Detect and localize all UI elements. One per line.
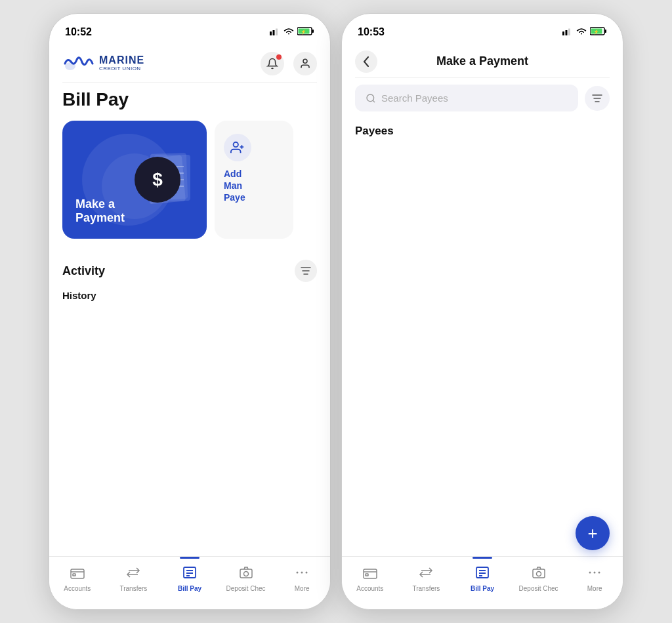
- deposit-icon-2: [532, 566, 546, 582]
- card-dollar-icon: $: [135, 157, 180, 203]
- accounts-icon-2: [363, 566, 377, 582]
- screen2-content: Make a Payment Search Payees: [342, 45, 623, 609]
- page-title-1: Bill Pay: [62, 89, 317, 110]
- make-payment-label: Make aPayment: [75, 197, 194, 226]
- status-icons-2: ⚡: [562, 26, 607, 38]
- battery-icon-2: ⚡: [590, 26, 607, 38]
- battery-icon-1: ⚡: [297, 26, 314, 38]
- search-icon: [366, 93, 376, 104]
- marine-logo-icon: [62, 52, 95, 75]
- svg-point-32: [301, 572, 303, 574]
- nav-deposit-2[interactable]: Deposit Chec: [511, 562, 567, 596]
- svg-point-56: [598, 572, 600, 574]
- notification-button[interactable]: [261, 52, 284, 75]
- svg-line-42: [373, 100, 375, 102]
- bottom-nav-1: Accounts Transfers: [49, 556, 330, 609]
- svg-rect-47: [366, 574, 368, 576]
- fab-add-button[interactable]: +: [576, 516, 610, 550]
- transfers-icon-2: [419, 566, 433, 582]
- history-label: History: [62, 290, 317, 301]
- search-placeholder: Search Payees: [381, 92, 448, 104]
- svg-point-31: [297, 572, 299, 574]
- add-manage-text: AddManPaye: [224, 168, 245, 204]
- svg-rect-4: [312, 30, 314, 33]
- wifi-icon-2: [576, 26, 587, 38]
- nav-more-1[interactable]: More: [274, 562, 330, 596]
- bottom-nav-2: Accounts Transfers: [342, 556, 623, 609]
- svg-point-9: [303, 59, 307, 63]
- status-bar-1: 10:52 ⚡: [49, 14, 330, 45]
- user-icon: [299, 58, 311, 70]
- app-header-1: MARINE CREDIT UNION: [49, 45, 330, 82]
- svg-point-17: [234, 142, 238, 147]
- screen2-title: Make a Payment: [436, 54, 528, 68]
- activity-section-header: Activity: [62, 260, 317, 282]
- nav-accounts-2[interactable]: Accounts: [342, 562, 398, 596]
- payees-section: Payees: [342, 118, 623, 144]
- svg-point-54: [589, 572, 591, 574]
- activity-title: Activity: [62, 264, 105, 278]
- svg-rect-35: [566, 30, 568, 35]
- screen1: 10:52 ⚡: [49, 13, 331, 610]
- status-time-2: 10:53: [358, 26, 385, 38]
- logo-1: MARINE CREDIT UNION: [62, 52, 144, 75]
- nav-deposit-label-2: Deposit Chec: [519, 585, 558, 592]
- svg-text:⚡: ⚡: [593, 29, 599, 35]
- nav-billpay-1[interactable]: Bill Pay: [161, 562, 218, 596]
- back-button[interactable]: [355, 50, 377, 73]
- status-bar-2: 10:53 ⚡: [342, 14, 623, 45]
- make-payment-card[interactable]: $ Make aPayment: [62, 121, 207, 239]
- search-box[interactable]: Search Payees: [355, 85, 578, 111]
- more-icon-1: [295, 566, 309, 582]
- profile-button[interactable]: [293, 52, 317, 75]
- accounts-icon-1: [70, 566, 85, 582]
- screen2: 10:53 ⚡: [341, 13, 623, 610]
- add-payee-icon: [224, 134, 251, 161]
- billpay-icon-1: [182, 566, 197, 582]
- svg-rect-38: [605, 30, 607, 33]
- cards-row-1: $ Make aPayment AddManPaye: [62, 121, 317, 244]
- nav-transfers-label-1: Transfers: [119, 585, 147, 592]
- add-manage-card[interactable]: AddManPaye: [215, 121, 293, 239]
- svg-point-30: [243, 572, 248, 576]
- logo-sub-text: CREDIT UNION: [99, 66, 144, 72]
- wifi-icon-1: [284, 26, 294, 38]
- signal-icon-1: [270, 28, 280, 37]
- more-icon-2: [587, 566, 602, 582]
- nav-billpay-2[interactable]: Bill Pay: [454, 562, 511, 596]
- fab-plus-icon: +: [587, 523, 597, 544]
- activity-filter-button[interactable]: [295, 260, 317, 282]
- svg-rect-24: [73, 574, 75, 576]
- svg-point-41: [367, 94, 374, 102]
- header-icons-1: [261, 52, 317, 75]
- notification-dot: [276, 54, 282, 60]
- svg-point-33: [306, 572, 308, 574]
- search-filter-button[interactable]: [585, 86, 610, 111]
- svg-text:⚡: ⚡: [301, 29, 306, 35]
- logo-main-text: MARINE: [99, 55, 144, 66]
- search-row: Search Payees: [342, 78, 623, 118]
- nav-transfers-2[interactable]: Transfers: [398, 562, 455, 596]
- nav-transfers-1[interactable]: Transfers: [106, 562, 162, 596]
- signal-icon-2: [562, 26, 573, 38]
- nav-active-bar-2: [472, 557, 492, 559]
- svg-rect-0: [270, 31, 272, 35]
- logo-text-1: MARINE CREDIT UNION: [99, 55, 144, 72]
- payees-title: Payees: [355, 125, 394, 137]
- nav-accounts-label-2: Accounts: [356, 585, 383, 592]
- status-time-1: 10:52: [65, 26, 92, 38]
- nav-deposit-1[interactable]: Deposit Chec: [218, 562, 274, 596]
- nav-more-label-2: More: [587, 585, 602, 592]
- status-icons-1: ⚡: [270, 26, 314, 38]
- nav-accounts-label-1: Accounts: [64, 585, 91, 592]
- nav-more-2[interactable]: More: [566, 562, 623, 596]
- svg-rect-1: [273, 30, 275, 35]
- svg-point-55: [594, 572, 596, 574]
- content-spacer: [342, 144, 623, 556]
- bell-icon: [266, 58, 278, 70]
- nav-more-label-1: More: [295, 585, 310, 592]
- nav-accounts-1[interactable]: Accounts: [49, 562, 106, 596]
- transfers-icon-1: [126, 566, 140, 582]
- screen1-content: MARINE CREDIT UNION: [49, 45, 330, 609]
- svg-rect-36: [568, 29, 570, 36]
